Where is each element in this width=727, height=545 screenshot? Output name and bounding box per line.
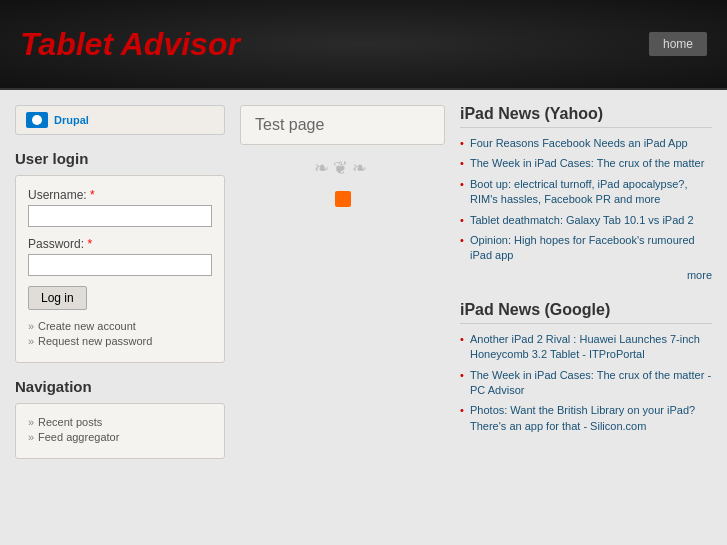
- rss-icon[interactable]: [335, 191, 351, 207]
- test-page-title: Test page: [255, 116, 324, 133]
- site-header: Tablet Advisor home: [0, 0, 727, 90]
- recent-posts-item: Recent posts: [28, 416, 212, 428]
- user-login-box: Username: * Password: * Log in Create ne…: [15, 175, 225, 363]
- yahoo-more-link[interactable]: more: [687, 269, 712, 281]
- google-news-link-1[interactable]: The Week in iPad Cases: The crux of the …: [470, 369, 711, 396]
- yahoo-news-list: Four Reasons Facebook Needs an iPad App …: [460, 136, 712, 264]
- yahoo-news-link-0[interactable]: Four Reasons Facebook Needs an iPad App: [470, 137, 688, 149]
- yahoo-news-link-2[interactable]: Boot up: electrical turnoff, iPad apocal…: [470, 178, 688, 205]
- username-label: Username: *: [28, 188, 212, 202]
- request-password-item: Request new password: [28, 335, 212, 347]
- google-news-link-2[interactable]: Photos: Want the British Library on your…: [470, 404, 695, 431]
- drupal-label: Drupal: [54, 114, 89, 126]
- content-main: Test page ❧❦❧: [240, 105, 445, 474]
- home-nav-link[interactable]: home: [649, 32, 707, 56]
- yahoo-more-link-area: more: [460, 269, 712, 281]
- yahoo-news-item-2: Boot up: electrical turnoff, iPad apocal…: [460, 177, 712, 208]
- user-login-title: User login: [15, 150, 225, 167]
- google-news-item-0: Another iPad 2 Rival : Huawei Launches 7…: [460, 332, 712, 363]
- drupal-badge: Drupal: [15, 105, 225, 135]
- drupal-logo-icon: [26, 112, 48, 128]
- ornament-decoration: ❧❦❧: [240, 157, 445, 179]
- feed-aggregator-item: Feed aggregator: [28, 431, 212, 443]
- google-news-list: Another iPad 2 Rival : Huawei Launches 7…: [460, 332, 712, 434]
- google-news-item-2: Photos: Want the British Library on your…: [460, 403, 712, 434]
- feed-aggregator-link[interactable]: Feed aggregator: [38, 431, 119, 443]
- google-news-section: iPad News (Google) Another iPad 2 Rival …: [460, 301, 712, 434]
- navigation-box: Recent posts Feed aggregator: [15, 403, 225, 459]
- main-wrapper: Drupal User login Username: * Password: …: [0, 90, 727, 489]
- yahoo-news-item-3: Tablet deathmatch: Galaxy Tab 10.1 vs iP…: [460, 213, 712, 228]
- navigation-title: Navigation: [15, 378, 225, 395]
- yahoo-news-link-1[interactable]: The Week in iPad Cases: The crux of the …: [470, 157, 704, 169]
- google-news-title: iPad News (Google): [460, 301, 712, 324]
- yahoo-news-section: iPad News (Yahoo) Four Reasons Facebook …: [460, 105, 712, 281]
- navigation-section: Navigation Recent posts Feed aggregator: [15, 378, 225, 459]
- create-account-item: Create new account: [28, 320, 212, 332]
- yahoo-news-link-3[interactable]: Tablet deathmatch: Galaxy Tab 10.1 vs iP…: [470, 214, 694, 226]
- password-input[interactable]: [28, 254, 212, 276]
- sidebar-right: iPad News (Yahoo) Four Reasons Facebook …: [460, 105, 712, 474]
- google-news-item-1: The Week in iPad Cases: The crux of the …: [460, 368, 712, 399]
- yahoo-news-link-4[interactable]: Opinion: High hopes for Facebook's rumou…: [470, 234, 695, 261]
- google-news-link-0[interactable]: Another iPad 2 Rival : Huawei Launches 7…: [470, 333, 700, 360]
- yahoo-news-item-1: The Week in iPad Cases: The crux of the …: [460, 156, 712, 171]
- username-required: *: [90, 188, 95, 202]
- yahoo-news-item-4: Opinion: High hopes for Facebook's rumou…: [460, 233, 712, 264]
- password-label: Password: *: [28, 237, 212, 251]
- login-button[interactable]: Log in: [28, 286, 87, 310]
- site-title: Tablet Advisor: [20, 26, 240, 63]
- test-page-box: Test page: [240, 105, 445, 145]
- yahoo-news-item-0: Four Reasons Facebook Needs an iPad App: [460, 136, 712, 151]
- username-input[interactable]: [28, 205, 212, 227]
- recent-posts-link[interactable]: Recent posts: [38, 416, 102, 428]
- rss-area: [240, 191, 445, 210]
- nav-links: Recent posts Feed aggregator: [28, 416, 212, 443]
- create-account-link[interactable]: Create new account: [38, 320, 136, 332]
- login-links: Create new account Request new password: [28, 320, 212, 347]
- yahoo-news-title: iPad News (Yahoo): [460, 105, 712, 128]
- request-password-link[interactable]: Request new password: [38, 335, 152, 347]
- sidebar-left: Drupal User login Username: * Password: …: [15, 105, 225, 474]
- password-required: *: [87, 237, 92, 251]
